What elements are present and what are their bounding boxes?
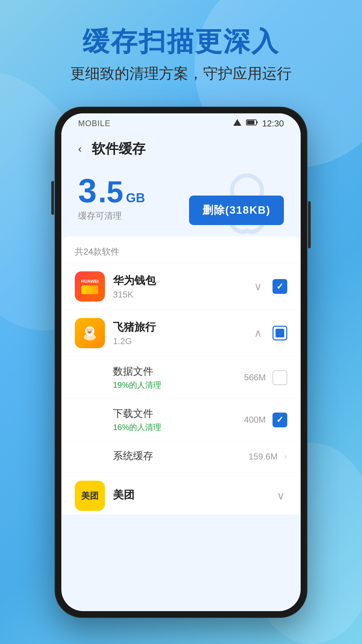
status-time: 12:30 bbox=[262, 118, 284, 129]
back-button[interactable]: ‹ bbox=[75, 139, 85, 158]
cache-decimal: .5 bbox=[98, 177, 123, 207]
app-list-container: 共24款软件 HUAWEI 华为钱包 315K ∨ bbox=[61, 236, 301, 515]
svg-rect-3 bbox=[256, 121, 258, 123]
sub-item-info: 数据文件 19%的人清理 bbox=[113, 365, 244, 390]
app-icon-huawei-wallet: HUAWEI bbox=[75, 271, 105, 302]
list-item: HUAWEI 华为钱包 315K ∨ bbox=[61, 263, 301, 310]
carrier-label: MOBILE bbox=[78, 119, 111, 128]
status-right: 12:30 bbox=[233, 118, 284, 129]
signal-icon bbox=[233, 118, 242, 128]
chevron-down-icon[interactable]: ∨ bbox=[251, 277, 264, 296]
app-info: 华为钱包 315K bbox=[113, 273, 251, 300]
chevron-right-icon[interactable]: › bbox=[284, 451, 287, 462]
sub-item-badge: 19%的人清理 bbox=[113, 380, 244, 390]
sub-item-size: 566M bbox=[244, 372, 266, 383]
sub-item-info: 系统缓存 bbox=[113, 449, 249, 464]
sub-item-size: 400M bbox=[244, 415, 266, 425]
app-header: ‹ 软件缓存 bbox=[61, 133, 301, 164]
app-icon-feizhu: 🐷 bbox=[75, 318, 105, 348]
sub-item-size: 159.6M bbox=[249, 451, 278, 462]
page-title: 软件缓存 bbox=[92, 140, 145, 158]
svg-text:🐷: 🐷 bbox=[86, 327, 94, 335]
meituan-icon-label: 美团 bbox=[75, 481, 105, 511]
sub-item-right: 159.6M › bbox=[249, 451, 287, 462]
svg-marker-0 bbox=[233, 119, 241, 126]
checkbox-partial[interactable] bbox=[273, 326, 287, 340]
cache-integer: 3 bbox=[78, 174, 97, 207]
sub-item-badge: 16%的人清理 bbox=[113, 422, 244, 433]
checkbox-unchecked[interactable] bbox=[273, 370, 287, 385]
sub-items-feizhu: 数据文件 19%的人清理 566M 下载文件 16%的人清理 bbox=[61, 357, 301, 473]
app-name: 飞猪旅行 bbox=[113, 320, 251, 335]
checkbox-checked[interactable] bbox=[273, 279, 287, 294]
cache-unit: GB bbox=[126, 191, 145, 205]
app-controls: ∨ bbox=[274, 487, 287, 505]
list-item: 🐷 飞猪旅行 1.2G ∧ bbox=[61, 310, 301, 357]
checkbox-checked[interactable] bbox=[273, 413, 287, 427]
delete-button[interactable]: 删除(318KB) bbox=[189, 196, 284, 225]
main-title: 缓存扫描更深入 bbox=[20, 27, 342, 56]
sub-item: 系统缓存 159.6M › bbox=[61, 441, 301, 473]
hero-section: 缓存扫描更深入 更细致的清理方案，守护应用运行 bbox=[0, 27, 362, 84]
partial-inner bbox=[276, 329, 284, 337]
sub-item-info: 下载文件 16%的人清理 bbox=[113, 407, 244, 433]
app-name: 美团 bbox=[113, 488, 274, 502]
app-controls: ∧ bbox=[251, 324, 287, 342]
status-bar: MOBILE 12:30 bbox=[61, 113, 301, 133]
phone-screen: MOBILE 12:30 bbox=[61, 113, 301, 611]
sub-item: 数据文件 19%的人清理 566M bbox=[61, 357, 301, 399]
sub-item-name: 下载文件 bbox=[113, 407, 244, 421]
svg-point-6 bbox=[84, 334, 96, 340]
battery-icon bbox=[246, 119, 258, 128]
app-controls: ∨ bbox=[251, 277, 287, 296]
sub-item-name: 数据文件 bbox=[113, 365, 244, 378]
sub-item-right: 400M bbox=[244, 413, 287, 427]
app-size: 1.2G bbox=[113, 336, 251, 346]
phone-wrapper: MOBILE 12:30 bbox=[55, 107, 307, 617]
app-list-header: 共24款软件 bbox=[61, 236, 301, 263]
sub-title: 更细致的清理方案，守护应用运行 bbox=[20, 63, 342, 84]
sub-item-name: 系统缓存 bbox=[113, 449, 249, 463]
app-info: 飞猪旅行 1.2G bbox=[113, 320, 251, 346]
chevron-down-icon[interactable]: ∨ bbox=[274, 487, 287, 505]
app-name: 华为钱包 bbox=[113, 273, 251, 288]
list-item: 美团 美团 ∨ bbox=[61, 473, 301, 515]
phone-frame: MOBILE 12:30 bbox=[55, 107, 307, 617]
app-size: 315K bbox=[113, 289, 251, 300]
svg-rect-2 bbox=[247, 120, 254, 124]
chevron-up-icon[interactable]: ∧ bbox=[251, 324, 264, 342]
sub-item-right: 566M bbox=[244, 370, 287, 385]
app-info: 美团 bbox=[113, 488, 274, 504]
cache-section: 3 .5 GB 缓存可清理 删除(318KB) bbox=[61, 164, 301, 235]
sub-item: 下载文件 16%的人清理 400M bbox=[61, 399, 301, 441]
app-icon-meituan: 美团 bbox=[75, 481, 105, 511]
